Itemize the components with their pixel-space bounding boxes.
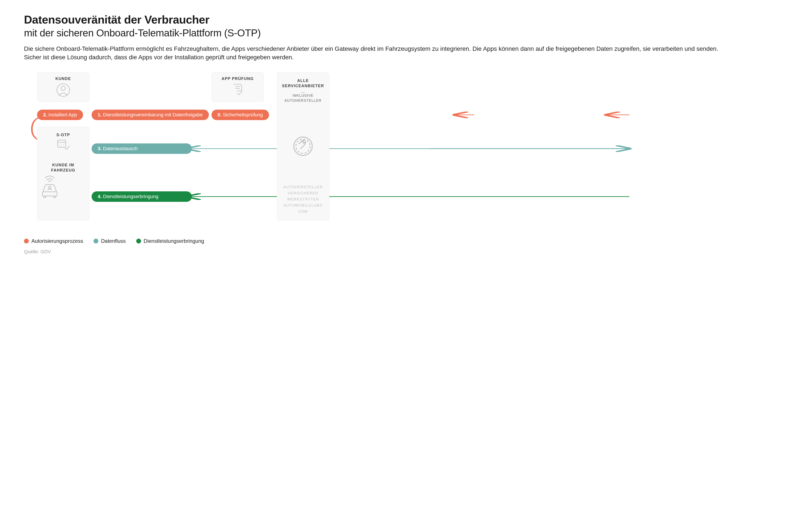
list-item: AUTOMOBILCLUBS xyxy=(277,202,329,208)
wrench-circle-icon xyxy=(280,136,326,157)
svg-rect-15 xyxy=(42,192,57,196)
legend-label: Autorisierungsprozess xyxy=(31,238,83,244)
legend-dot-teal xyxy=(94,239,98,244)
svg-rect-10 xyxy=(57,141,66,147)
svg-rect-18 xyxy=(54,196,56,198)
user-icon xyxy=(40,83,86,97)
step-0-pill: 0. Sicherheitsprüfung xyxy=(211,110,269,120)
card-serviceanbieter-sub: INKLUSIVE AUTOHERSTELLER xyxy=(280,93,326,103)
legend-label: Dienstleistungserbringung xyxy=(144,238,204,244)
lead-paragraph: Die sichere Onboard-Telematik-Plattform … xyxy=(24,45,724,61)
connected-car-icon xyxy=(40,175,86,199)
card-app-pruefung-label: APP PRÜFUNG xyxy=(214,76,261,81)
step-text: Sicherheitsprüfung xyxy=(223,112,263,118)
legend-label: Datenfluss xyxy=(101,238,126,244)
legend-dot-green xyxy=(136,239,141,244)
service-provider-list: AUTOHERSTELLER VERSICHERER WERKSTÄTTEN A… xyxy=(277,184,329,215)
step-4-pill: 4. Dienstleistungserbringung xyxy=(92,192,192,202)
card-kunde-label: KUNDE xyxy=(40,76,86,81)
diagram: KUNDE APP PRÜFUNG S- xyxy=(24,72,761,229)
step-2-pill: 2. installiert App xyxy=(37,110,83,120)
source-label: Quelle: GDV xyxy=(24,249,761,255)
document-check-icon xyxy=(214,83,261,96)
step-3-pill: 3. Datenaustausch xyxy=(92,144,192,154)
list-item: VERSICHERER xyxy=(277,190,329,196)
step-1-pill: 1. Dienstleistungsvereinbarung mit Daten… xyxy=(92,110,209,120)
card-sotp-vehicle: S-OTP KUNDE IM FAHRZEUG xyxy=(37,127,90,221)
card-kunde: KUNDE xyxy=(37,72,90,102)
svg-point-14 xyxy=(63,145,64,145)
step-num: 3. xyxy=(98,146,102,151)
list-item: WERKSTÄTTEN xyxy=(277,196,329,202)
ellipsis: ... xyxy=(280,90,326,93)
card-sotp-label: S-OTP xyxy=(40,133,86,137)
svg-point-7 xyxy=(61,86,66,91)
card-kunde-fahrzeug-label: KUNDE IM FAHRZEUG xyxy=(40,162,86,173)
legend: Autorisierungsprozess Datenfluss Dienstl… xyxy=(24,238,761,244)
svg-point-12 xyxy=(59,145,60,145)
step-text: Dienstleistungserbringung xyxy=(103,194,158,199)
card-app-pruefung: APP PRÜFUNG xyxy=(211,72,264,102)
step-text: Datenaustausch xyxy=(103,146,137,151)
step-text: installiert App xyxy=(48,112,77,118)
gateway-check-icon xyxy=(40,139,86,152)
svg-point-16 xyxy=(48,186,51,189)
step-num: 4. xyxy=(98,194,102,199)
list-item: USW xyxy=(277,208,329,215)
step-num: 1. xyxy=(98,112,102,118)
card-serviceanbieter-title: ALLE SERVICEANBIETER xyxy=(280,78,326,88)
list-item: AUTOHERSTELLER xyxy=(277,184,329,190)
step-num: 0. xyxy=(218,112,222,118)
page-subtitle: mit der sicheren Onboard-Telematik-Platt… xyxy=(24,27,761,39)
step-num: 2. xyxy=(43,112,47,118)
svg-point-6 xyxy=(57,84,70,96)
page-title: Datensouveränität der Verbraucher xyxy=(24,13,761,26)
legend-item-auth: Autorisierungsprozess xyxy=(24,238,83,244)
step-text: Dienstleistungsvereinbarung mit Datenfre… xyxy=(103,112,203,118)
card-serviceanbieter: ALLE SERVICEANBIETER ... INKLUSIVE AUTOH… xyxy=(277,72,329,221)
legend-item-service: Dienstleistungserbringung xyxy=(136,238,204,244)
svg-rect-17 xyxy=(44,196,46,198)
legend-dot-orange xyxy=(24,239,29,244)
legend-item-data: Datenfluss xyxy=(94,238,126,244)
svg-point-13 xyxy=(61,145,62,145)
